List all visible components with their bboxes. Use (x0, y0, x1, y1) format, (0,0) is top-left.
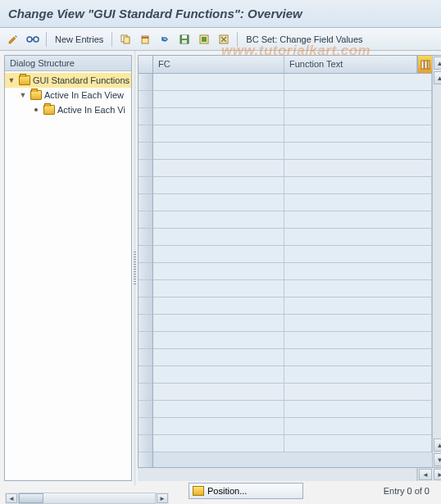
content-area: Dialog Structure ▼ GUI Standard Function… (0, 51, 441, 485)
tree-label: GUI Standard Functions (33, 75, 130, 85)
table-row[interactable] (153, 74, 432, 91)
splitter-handle-icon (134, 252, 136, 284)
row-selector[interactable] (139, 108, 152, 125)
row-selector[interactable] (139, 125, 152, 143)
column-header-function-text[interactable]: Function Text (284, 56, 417, 73)
row-selector[interactable] (139, 263, 152, 280)
tree-node-gui-standard-functions[interactable]: ▼ GUI Standard Functions (5, 73, 131, 88)
table-row[interactable] (153, 280, 432, 297)
table-row[interactable] (153, 211, 432, 229)
row-selector-column (139, 56, 153, 467)
scroll-track[interactable] (416, 468, 418, 481)
row-selector[interactable] (139, 297, 152, 315)
row-selector[interactable] (139, 315, 152, 332)
svg-point-1 (34, 37, 39, 42)
title-bar: Change View "GUI Standard Functions": Ov… (0, 0, 441, 28)
row-selector[interactable] (139, 332, 152, 349)
copy-icon[interactable] (117, 31, 134, 48)
scroll-right-icon[interactable]: ► (434, 469, 441, 480)
deselect-all-icon[interactable] (216, 31, 232, 48)
table-row[interactable] (153, 401, 432, 418)
row-selector[interactable] (139, 435, 152, 452)
row-selector[interactable] (139, 384, 152, 401)
table-row[interactable] (153, 108, 432, 125)
folder-icon (43, 105, 55, 115)
footer: Position... Entry 0 of 0 (0, 481, 441, 501)
position-button[interactable]: Position... (189, 483, 303, 499)
svg-point-0 (27, 37, 32, 42)
dialog-structure-pane: Dialog Structure ▼ GUI Standard Function… (4, 55, 132, 481)
row-selector[interactable] (139, 91, 152, 108)
row-selector[interactable] (139, 74, 152, 91)
leaf-icon (34, 108, 38, 111)
scroll-down-icon[interactable]: ▼ (434, 453, 441, 466)
table-row[interactable] (153, 435, 432, 452)
svg-rect-15 (421, 61, 424, 69)
configure-columns-icon[interactable] (417, 56, 432, 73)
row-selector[interactable] (139, 211, 152, 229)
table-row[interactable] (153, 177, 432, 194)
tree-node-active-leaf[interactable]: Active In Each Vi (5, 102, 131, 117)
table-row[interactable] (153, 384, 432, 401)
row-selector[interactable] (139, 194, 152, 211)
undo-icon[interactable] (157, 31, 173, 48)
table-row[interactable] (153, 297, 432, 315)
grid-rows (153, 74, 432, 467)
table-row[interactable] (153, 349, 432, 366)
table-row[interactable] (153, 143, 432, 160)
row-selector[interactable] (139, 160, 152, 177)
table-row[interactable] (153, 418, 432, 435)
table-row[interactable] (153, 315, 432, 332)
tree-label: Active In Each Vi (57, 105, 125, 115)
row-selector[interactable] (139, 418, 152, 435)
save-icon[interactable] (176, 31, 193, 48)
row-selector[interactable] (139, 366, 152, 384)
collapse-icon[interactable]: ▼ (7, 76, 16, 84)
row-selector[interactable] (139, 401, 152, 418)
select-all-corner[interactable] (139, 56, 152, 74)
select-all-icon[interactable] (196, 31, 212, 48)
svg-rect-9 (182, 40, 187, 43)
scroll-up-icon[interactable]: ▲ (434, 71, 441, 84)
grid-header: FC Function Text (153, 56, 432, 74)
grid-body: FC Function Text (153, 56, 432, 467)
scroll-down-icon[interactable]: ▲ (434, 438, 441, 452)
toggle-display-change-icon[interactable] (5, 31, 21, 48)
table-row[interactable] (153, 263, 432, 280)
scroll-up-icon[interactable]: ▲ (434, 57, 441, 70)
collapse-icon[interactable]: ▼ (18, 91, 28, 99)
row-selector[interactable] (139, 349, 152, 366)
scroll-left-icon[interactable]: ◄ (419, 469, 432, 480)
table-row[interactable] (153, 125, 432, 143)
column-header-fc[interactable]: FC (153, 56, 284, 73)
table-row[interactable] (153, 366, 432, 384)
table-row[interactable] (153, 229, 432, 246)
vertical-scrollbar[interactable]: ▲ ▲ ▲ ▼ (432, 56, 441, 467)
glasses-find-icon[interactable] (25, 31, 41, 48)
row-selector[interactable] (139, 143, 152, 160)
table-row[interactable] (153, 194, 432, 211)
row-selector[interactable] (139, 229, 152, 246)
table-row[interactable] (153, 332, 432, 349)
entry-counter: Entry 0 of 0 (384, 486, 430, 496)
separator (46, 32, 47, 47)
position-label: Position... (207, 486, 247, 496)
row-selector[interactable] (139, 177, 152, 194)
new-entries-button[interactable]: New Entries (52, 34, 107, 44)
dialog-structure-header: Dialog Structure (5, 56, 131, 71)
svg-rect-17 (428, 61, 430, 69)
tree-node-active-in-each-view[interactable]: ▼ Active In Each View (5, 88, 131, 102)
position-icon (193, 486, 204, 496)
table-row[interactable] (153, 160, 432, 177)
table-row[interactable] (153, 91, 432, 108)
delete-icon[interactable] (137, 31, 153, 48)
row-selector[interactable] (139, 280, 152, 297)
splitter[interactable] (134, 51, 136, 485)
bc-set-button[interactable]: BC Set: Change Field Values (243, 34, 366, 44)
table-row[interactable] (153, 246, 432, 263)
scroll-track[interactable] (433, 85, 441, 438)
page-title: Change View "GUI Standard Functions": Ov… (8, 7, 433, 20)
horizontal-scrollbar[interactable]: ◄ ► (138, 468, 441, 481)
svg-rect-11 (202, 37, 207, 42)
row-selector[interactable] (139, 246, 152, 263)
